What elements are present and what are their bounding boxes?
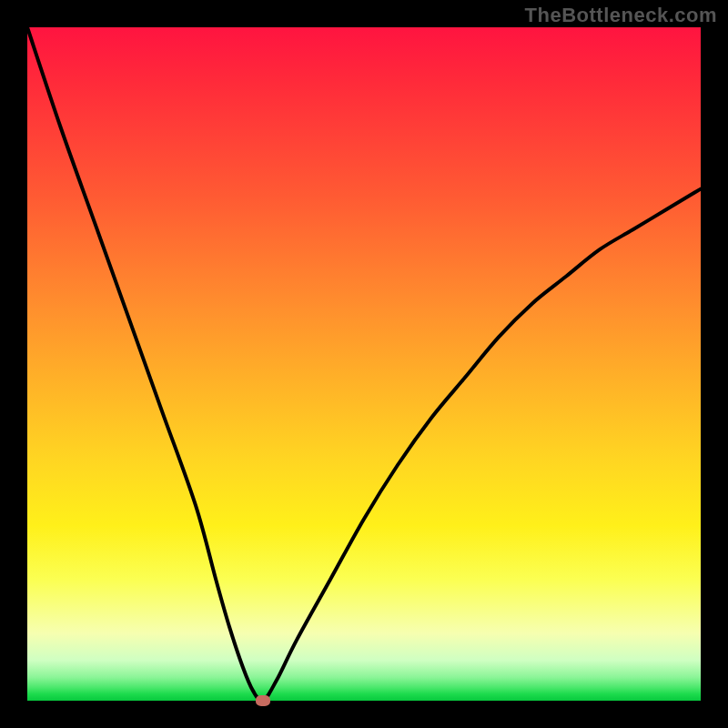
curve-svg (27, 27, 701, 701)
chart-frame: TheBottleneck.com (0, 0, 728, 728)
minimum-marker (256, 695, 270, 706)
bottleneck-curve (27, 27, 701, 701)
watermark-text: TheBottleneck.com (525, 4, 717, 27)
plot-area (27, 27, 701, 701)
